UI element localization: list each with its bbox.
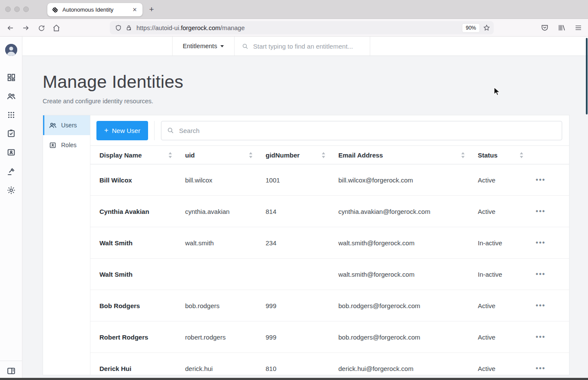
cell-gidnumber: 999 [266,334,338,341]
table-search [161,121,562,140]
sidebar-item-applications[interactable] [6,110,16,120]
cell-email: walt.smith@forgerock.com [338,239,478,247]
entitlement-search [235,37,370,56]
cell-display-name: Robert Rodgers [99,334,185,341]
entitlement-search-input[interactable] [253,43,370,50]
cell-status: In-active [478,239,529,247]
new-user-button-label: New User [112,127,140,134]
sidebar-collapse-icon[interactable] [6,366,16,376]
cell-email: bill.wilcox@forgerock.com [338,176,478,184]
cell-email: derick.hui@forgerock.com [338,365,478,372]
cell-email: bob.rodgers@forgerock.com [338,334,478,341]
new-tab-button[interactable]: + [147,5,156,14]
sidebar-item-users[interactable] [6,92,16,101]
sidebar-divider [0,361,22,361]
window-maximize-button[interactable] [23,6,29,12]
column-header-email[interactable]: Email Address [338,151,478,159]
browser-tab[interactable]: Autonomous Identity ✕ [47,3,142,16]
bookmark-star-icon[interactable] [483,24,490,31]
url-text: https://autoid-ui.forgerock.com/manage [136,25,244,31]
table-header-row: Display Name uid gidNumber Email Address [90,145,569,164]
sort-icon[interactable] [322,152,325,158]
avatar[interactable] [5,44,17,56]
cell-status: Active [478,334,529,341]
tab-close-icon[interactable]: ✕ [130,6,139,14]
entitlements-dropdown-label: Entitlements [183,43,217,49]
sort-icon[interactable] [249,152,253,158]
pocket-icon[interactable] [540,23,549,33]
cell-status: Active [478,302,529,309]
back-button[interactable] [4,22,16,34]
window-controls [5,6,29,12]
window-minimize-button[interactable] [14,6,20,12]
tab-users[interactable]: Users [43,115,90,135]
table-row[interactable]: Bill Wilcox bill.wilcox 1001 bill.wilcox… [90,164,569,196]
menu-hamburger-icon[interactable] [573,23,583,33]
column-header-status[interactable]: Status [478,151,529,159]
table-search-input[interactable] [179,127,562,134]
search-icon [167,127,174,134]
cell-status: Active [478,365,529,372]
entitlements-dropdown[interactable]: Entitlements [172,37,235,56]
sort-icon[interactable] [520,152,523,158]
row-menu-icon[interactable]: ••• [536,302,546,309]
cell-gidnumber: 1001 [266,176,338,184]
tracking-shield-icon[interactable] [115,25,122,31]
table-row[interactable]: Derick Hui derick.hui 810 derick.hui@for… [90,353,569,375]
tab-roles[interactable]: Roles [43,135,90,155]
sidebar-item-identities[interactable] [6,148,16,157]
cell-gidnumber: 234 [266,239,338,247]
page-content: Manage Identities Create and configure i… [22,56,588,380]
plus-icon: + [104,126,108,135]
sort-icon[interactable] [461,152,465,158]
cell-uid: robert.rodgers [185,334,266,341]
cell-gidnumber: 810 [266,365,338,372]
cell-display-name: Bill Wilcox [99,176,185,184]
sidebar-item-dashboard[interactable] [6,73,16,82]
toolbar-right-tools [540,21,583,34]
cell-display-name: Cynthia Avakian [99,208,185,215]
sort-icon[interactable] [168,152,172,158]
reload-button[interactable] [35,22,47,34]
forward-button[interactable] [20,22,32,34]
table-row[interactable]: Walt Smith walt.smith 234 walt.smith@for… [90,227,569,259]
zoom-level-badge[interactable]: 90% [462,24,480,32]
table-row[interactable]: Walt Smith walt.smith@forgerock.com In-a… [90,259,569,290]
address-bar[interactable]: https://autoid-ui.forgerock.com/manage 9… [110,21,494,34]
cell-email: cynthia.avakian@forgerock.com [338,208,478,215]
tab-users-label: Users [61,122,77,129]
home-button[interactable] [50,22,62,34]
cell-display-name: Bob Rodgers [99,302,185,309]
card-main: + New User Display Name [90,115,569,375]
table-row[interactable]: Bob Rodgers bob.rodgers 999 bob.rodgers@… [90,290,569,321]
cell-uid: cynthia.avakian [185,208,266,215]
row-menu-icon[interactable]: ••• [536,365,546,372]
cell-status: Active [478,208,529,215]
row-menu-icon[interactable]: ••• [536,271,546,278]
forgerock-logo-icon [52,6,59,13]
cell-display-name: Derick Hui [99,365,185,372]
sidebar-item-tasks[interactable] [6,129,16,138]
tab-roles-label: Roles [61,142,77,148]
sidebar-item-settings[interactable] [6,185,16,195]
cell-uid: bill.wilcox [185,176,266,184]
identities-card: Users Roles + New User [43,115,569,375]
connection-lock-icon[interactable] [126,25,133,31]
scrollbar-thumb[interactable] [586,38,588,114]
row-menu-icon[interactable]: ••• [536,176,546,183]
cell-uid: bob.rodgers [185,302,266,309]
tab-title: Autonomous Identity [62,6,127,13]
row-menu-icon[interactable]: ••• [536,334,546,340]
table-row[interactable]: Robert Rodgers robert.rodgers 999 bob.ro… [90,321,569,353]
row-menu-icon[interactable]: ••• [536,239,546,246]
column-header-uid[interactable]: uid [185,151,266,159]
column-header-display-name[interactable]: Display Name [99,151,185,159]
column-header-gidnumber[interactable]: gidNumber [266,151,338,159]
window-close-button[interactable] [5,6,11,12]
row-menu-icon[interactable]: ••• [536,208,546,215]
library-icon[interactable] [557,23,566,33]
new-user-button[interactable]: + New User [96,121,148,140]
cell-uid: derick.hui [185,365,266,372]
table-row[interactable]: Cynthia Avakian cynthia.avakian 814 cynt… [90,196,569,227]
sidebar-item-rules[interactable] [6,167,16,176]
